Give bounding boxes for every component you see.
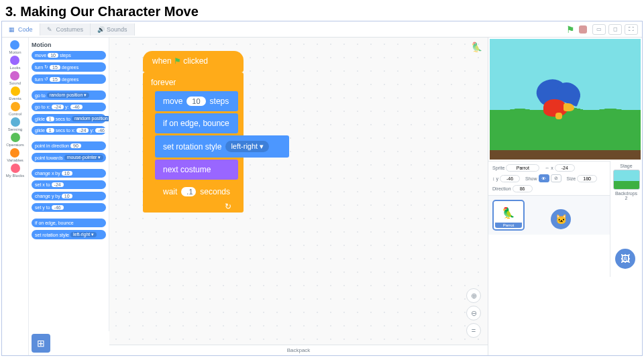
sprite-direction-input[interactable] [513, 185, 533, 192]
show-hidden-button[interactable]: ⊘ [551, 174, 561, 182]
zoom-out-button[interactable]: ⊖ [466, 306, 481, 320]
block-turn-cw[interactable]: turn↻15degrees [32, 62, 106, 72]
category-events[interactable]: Events [9, 86, 21, 101]
block-change-y[interactable]: change y by10 [32, 192, 106, 200]
sprite-name-input[interactable] [506, 164, 539, 172]
code-icon: ▦ [9, 26, 15, 33]
category-looks[interactable]: Looks [9, 56, 20, 70]
block-move[interactable]: move10steps [155, 91, 238, 111]
block-point-direction[interactable]: point in direction90 [32, 141, 106, 150]
add-sprite-button[interactable]: 🐱 [551, 209, 571, 229]
direction-label: Direction [492, 186, 511, 191]
show-visible-button[interactable]: 👁 [539, 174, 549, 182]
stage-thumbnail[interactable] [613, 170, 640, 190]
stage-preview [490, 39, 641, 160]
category-operators[interactable]: Operators [6, 133, 24, 147]
backpack-panel[interactable]: Backpack [109, 345, 488, 355]
large-stage-button[interactable]: ◻ [608, 24, 622, 35]
category-control[interactable]: Control [9, 102, 21, 116]
loop-arrow-icon: ↻ [148, 202, 238, 211]
block-palette: Motion move10steps turn↻15degrees turn↺1… [29, 38, 109, 331]
scratch-editor: ▦Code ✎Costumes 🔊Sounds ⚑ ▭ ◻ ⛶ MotionLo… [1, 21, 643, 356]
tab-code-label: Code [18, 26, 33, 33]
category-sensing[interactable]: Sensing [8, 117, 23, 131]
script-canvas[interactable]: 🦜 when ⚑ clicked forever move10steps if … [109, 38, 488, 345]
size-label: Size [567, 176, 576, 181]
fullscreen-button[interactable]: ⛶ [625, 24, 638, 35]
sprite-card-parrot[interactable]: 🦜 Parrot [492, 200, 525, 231]
forever-label: forever [148, 76, 238, 91]
block-when-flag-clicked[interactable]: when ⚑ clicked [143, 51, 244, 72]
block-move-steps[interactable]: move10steps [32, 51, 106, 60]
y-icon: ↕ [492, 176, 495, 181]
green-flag-button[interactable]: ⚑ [566, 24, 575, 35]
add-extension-button[interactable]: ⊞ [32, 334, 50, 353]
block-set-x[interactable]: set x to-24 [32, 180, 106, 189]
block-glide-random[interactable]: glide1secs torandom position ▾ [32, 114, 106, 123]
block-goto-random[interactable]: go torandom position ▾ [32, 90, 106, 100]
block-set-rotation-used[interactable]: set rotation styleleft-right ▾ [155, 135, 289, 158]
tab-sounds-label: Sounds [107, 26, 127, 33]
block-goto-xy[interactable]: go to x:-24y:-46 [32, 103, 106, 111]
parrot-sprite [530, 79, 584, 126]
stage-panel: Stage Backdrops 2 🖼 [610, 161, 642, 277]
sprite-info-panel: Sprite ↔x ↕y Show👁⊘ Size Direction [488, 161, 610, 196]
toolbar: ▦Code ✎Costumes 🔊Sounds ⚑ ▭ ◻ ⛶ [2, 21, 642, 38]
category-variables[interactable]: Variables [7, 148, 23, 162]
sounds-icon: 🔊 [97, 26, 104, 33]
sprite-x-input[interactable] [555, 164, 575, 172]
sprite-size-input[interactable] [577, 175, 597, 182]
category-list: MotionLooksSoundEventsControlSensingOper… [2, 38, 29, 355]
block-point-towards[interactable]: point towardsmouse-pointer ▾ [32, 153, 106, 162]
zoom-in-button[interactable]: ⊕ [466, 288, 481, 303]
category-sound[interactable]: Sound [9, 71, 21, 85]
zoom-reset-button[interactable]: = [466, 323, 481, 338]
add-backdrop-button[interactable]: 🖼 [615, 249, 635, 269]
script-stack[interactable]: when ⚑ clicked forever move10steps if on… [143, 51, 244, 213]
block-set-y[interactable]: set y to-46 [32, 203, 106, 212]
palette-heading: Motion [32, 42, 106, 48]
block-change-x[interactable]: change x by10 [32, 169, 106, 178]
x-icon: ↔ [545, 166, 549, 170]
block-next-costume[interactable]: next costume [155, 160, 238, 180]
show-label: Show [525, 176, 537, 181]
sprite-label: Sprite [492, 166, 504, 170]
block-wait[interactable]: wait.1seconds [155, 182, 238, 202]
stop-button[interactable] [579, 25, 587, 34]
block-edge-bounce[interactable]: if on edge, bounce [32, 219, 106, 227]
category-my-blocks[interactable]: My Blocks [6, 164, 24, 178]
tab-code[interactable]: ▦Code [2, 23, 40, 36]
sprite-thumbnail-icon: 🦜 [471, 42, 482, 52]
stage-label: Stage [613, 164, 639, 168]
sprite-card-name: Parrot [495, 223, 522, 228]
page-title: 3. Making Our Character Move [0, 0, 644, 21]
block-turn-ccw[interactable]: turn↺15degrees [32, 74, 106, 84]
backdrops-count: 2 [613, 196, 639, 200]
sprite-y-input[interactable] [500, 175, 520, 182]
small-stage-button[interactable]: ▭ [592, 24, 606, 35]
tab-costumes-label: Costumes [56, 26, 84, 33]
costumes-icon: ✎ [47, 26, 54, 33]
block-forever[interactable]: forever move10steps if on edge, bounce s… [143, 72, 244, 213]
tab-sounds[interactable]: 🔊Sounds [91, 23, 135, 36]
sprite-list: 🦜 Parrot 🐱 [488, 196, 610, 235]
block-glide-xy[interactable]: glide1secs to x:-24y:-46 [32, 126, 106, 135]
tab-costumes[interactable]: ✎Costumes [40, 23, 91, 36]
block-rotation-style[interactable]: set rotation styleleft-right ▾ [32, 230, 106, 239]
backdrops-label: Backdrops [613, 191, 639, 196]
block-edge-bounce-used[interactable]: if on edge, bounce [155, 113, 238, 133]
category-motion[interactable]: Motion [9, 40, 21, 54]
